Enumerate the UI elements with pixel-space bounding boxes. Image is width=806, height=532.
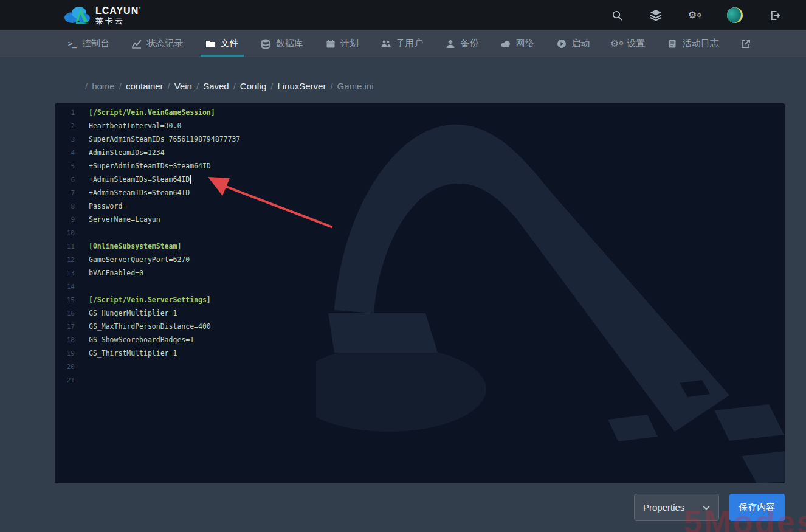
editor-line: 10 [55,226,785,240]
file-editor-page: / home / container / Vein / Saved / Conf… [0,57,806,532]
editor-line: 4AdminSteamIDs=1234 [55,146,785,159]
breadcrumb-file: Game.ini [337,81,374,91]
editor-line: 7+AdminSteamIDs=Steam64ID [55,186,785,199]
editor-line: 14 [55,280,785,293]
tab-subusers[interactable]: 子用户 [379,30,424,57]
editor-line: 3SuperAdminSteamIDs=76561198794877737 [55,133,785,146]
editor-line: 8Password= [55,199,785,213]
backup-icon [446,38,456,49]
breadcrumb-config[interactable]: Config [240,81,266,91]
open-external-link[interactable] [740,30,753,57]
terminal-icon: >_ [67,38,77,49]
editor-line: 2HeartbeatInterval=30.0 [55,119,785,133]
network-icon [501,38,511,49]
tab-activity-log[interactable]: 活动日志 [666,30,720,57]
tab-status[interactable]: 状态记录 [130,30,184,57]
log-icon [667,38,678,49]
calendar-icon [325,38,336,49]
tab-console[interactable]: >_ 控制台 [66,30,111,57]
editor-lines: 1[/Script/Vein.VeinGameSession] 2Heartbe… [55,103,785,387]
chart-icon [131,38,142,49]
brand-logo[interactable]: LCAYUN* 莱卡云 [64,4,141,26]
breadcrumb-container[interactable]: container [126,81,164,91]
logout-icon[interactable] [768,9,782,22]
tab-network[interactable]: 网络 [500,30,536,57]
editor-line: 21 [55,373,785,387]
editor-line: 16GS_HungerMultiplier=1 [55,306,785,320]
editor-line: 13bVACEnabled=0 [55,266,785,280]
users-icon [381,38,391,49]
editor-line: 19GS_ThirstMultiplier=1 [55,347,785,360]
breadcrumb-vein[interactable]: Vein [174,81,192,91]
breadcrumb-home[interactable]: home [92,81,115,91]
top-bar: LCAYUN* 莱卡云 ⚙⚙ [0,0,806,30]
brand-spark: * [139,5,141,12]
settings-icon: ⚙⚙ [611,38,622,49]
play-icon [556,38,567,49]
tab-schedule[interactable]: 计划 [324,30,360,57]
tab-backup[interactable]: 备份 [444,30,480,57]
tab-settings[interactable]: ⚙⚙ 设置 [610,30,646,57]
tab-database[interactable]: 数据库 [260,30,305,57]
tab-start[interactable]: 启动 [555,30,591,57]
editor-line: 1[/Script/Vein.VeinGameSession] [55,106,785,119]
external-link-icon [741,38,751,49]
database-icon [261,38,271,49]
tab-files[interactable]: 文件 [204,30,240,57]
text-cursor [190,175,191,184]
breadcrumb-saved[interactable]: Saved [203,81,229,91]
breadcrumb-linuxserver[interactable]: LinuxServer [277,81,326,91]
editor-line: 5+SuperAdminSteamIDs=Steam64ID [55,159,785,173]
save-content-button[interactable]: 保存内容 [729,494,785,521]
editor-line: 15[/Script/Vein.ServerSettings] [55,293,785,306]
code-editor[interactable]: 1[/Script/Vein.VeinGameSession] 2Heartbe… [55,103,785,483]
avatar[interactable] [727,7,743,23]
server-nav-tabs: >_ 控制台 状态记录 文件 数据库 计划 子用户 备份 [0,30,806,57]
gears-icon[interactable]: ⚙⚙ [688,9,701,22]
editor-line: 18GS_ShowScoreboardBadges=1 [55,333,785,347]
breadcrumb: / home / container / Vein / Saved / Conf… [85,81,374,91]
editor-line-with-cursor: 6+AdminSteamIDs=Steam64ID [55,173,785,186]
brand-name-cn: 莱卡云 [95,17,141,25]
folder-icon [205,38,216,49]
chevron-down-icon [703,503,710,512]
layers-icon[interactable] [649,9,663,22]
file-mode-select[interactable]: Properties [634,494,719,521]
editor-line: 12GameServerQueryPort=6270 [55,253,785,266]
editor-line: 11[OnlineSubsystemSteam] [55,240,785,253]
search-icon[interactable] [610,9,624,22]
editor-line: 9ServerName=Lcayun [55,213,785,226]
brand-name: LCAYUN [95,5,139,16]
cloud-logo-icon [64,4,91,26]
editor-line: 17GS_MaxThirdPersonDistance=400 [55,320,785,333]
editor-line: 20 [55,360,785,373]
